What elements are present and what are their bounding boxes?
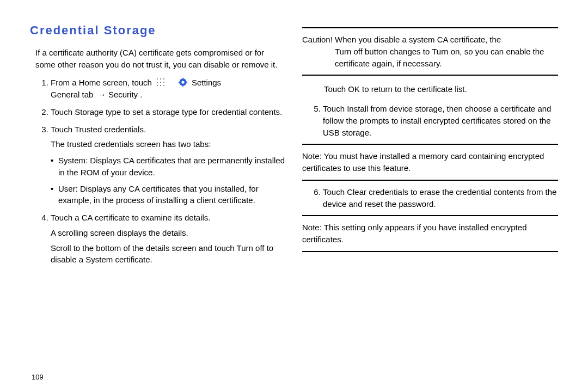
caution-block: Caution! When you disable a system CA ce… xyxy=(302,34,558,69)
ok-bold: OK xyxy=(348,84,360,94)
step5-a: Touch xyxy=(323,104,347,113)
bullet-user: User: Displays any CA certificates that … xyxy=(51,183,286,207)
step-4: Touch a CA certificate to examine its de… xyxy=(51,212,286,266)
svg-rect-2 xyxy=(182,78,183,79)
step3-a: Touch xyxy=(51,125,75,134)
note1-label: Note: xyxy=(302,151,322,161)
svg-point-1 xyxy=(181,81,184,84)
caution-b1: Turn off xyxy=(335,47,363,56)
bullet-system-text: : Displays CA certificates that are perm… xyxy=(58,156,285,177)
step3-dot: . xyxy=(144,125,146,134)
step-3: Touch Trusted credentials. The trusted c… xyxy=(51,124,286,207)
note-1: Note: You must have installed a memory c… xyxy=(302,150,558,174)
step-6: Touch Clear credentials to erase the cre… xyxy=(323,186,558,210)
note1-text: You must have installed a memory card co… xyxy=(302,151,544,173)
security-label: Security . xyxy=(108,90,143,99)
ok-line: Touch OK to return to the certificate li… xyxy=(302,83,558,95)
section-title: Credential Storage xyxy=(30,22,286,39)
bullet-user-label: User xyxy=(58,184,76,193)
step5-bold: Install from device storage xyxy=(347,104,442,113)
step-1: From a Home screen, touch Settings xyxy=(51,77,286,101)
arrow: → xyxy=(98,90,106,99)
caution-body: Turn off button changes to Turn on, so y… xyxy=(302,46,558,70)
ok-b: to return to the certificate list. xyxy=(360,84,467,94)
steps-list-right: Touch Install from device storage, then … xyxy=(308,103,558,138)
step4-b: A scrolling screen displays the details. xyxy=(51,227,286,239)
page-number: 109 xyxy=(32,373,44,381)
tab-word: tab xyxy=(82,90,94,99)
step4-cbold: Turn off xyxy=(237,243,265,253)
steps-list-right-2: Touch Clear credentials to erase the cre… xyxy=(308,186,558,210)
caution-mid: button changes to xyxy=(363,47,432,56)
step4-c: Scroll to the bottom of the details scre… xyxy=(51,242,286,266)
apps-grid-icon xyxy=(156,77,166,87)
bullet-system-label: System xyxy=(58,156,85,165)
bullet-system: System: Displays CA certificates that ar… xyxy=(51,155,286,179)
note2-text: This setting only appears if you have in… xyxy=(302,223,526,244)
steps-list: From a Home screen, touch Settings xyxy=(35,77,286,266)
svg-rect-5 xyxy=(186,82,187,83)
step6-a: Touch xyxy=(323,187,347,197)
step2-a: Touch xyxy=(51,107,75,117)
intro-text: If a certificate authority (CA) certific… xyxy=(35,47,286,71)
caution-a: When you disable a system CA certificate… xyxy=(333,35,501,44)
step4-a: Touch a CA certificate to examine its de… xyxy=(51,213,210,222)
bullet-user-text: : Displays any CA certificates that you … xyxy=(58,184,259,205)
general-label: General xyxy=(51,90,79,99)
note-2: Note: This setting only appears if you h… xyxy=(302,222,558,246)
step1-text: From a Home screen, touch xyxy=(51,78,152,87)
divider xyxy=(302,251,558,252)
step6-bold: Clear credentials xyxy=(347,187,408,197)
divider xyxy=(302,180,558,181)
step3-bold: Trusted credentials xyxy=(75,125,144,134)
settings-label: Settings xyxy=(192,78,221,87)
caution-b2: Turn on xyxy=(432,47,460,56)
step-5: Touch Install from device storage, then … xyxy=(323,103,558,138)
divider xyxy=(302,27,558,28)
divider xyxy=(302,144,558,145)
note2-label: Note: xyxy=(302,223,322,232)
tabs-bullets: System: Displays CA certificates that ar… xyxy=(41,155,286,206)
right-column: Caution! When you disable a system CA ce… xyxy=(302,22,558,381)
step2-b: to set a storage type for credential con… xyxy=(121,107,282,117)
caution-label: Caution! xyxy=(302,35,333,44)
svg-rect-3 xyxy=(182,85,183,87)
left-column: Credential Storage If a certificate auth… xyxy=(30,22,286,381)
divider xyxy=(302,75,558,76)
svg-rect-4 xyxy=(179,82,180,83)
step4-c1: Scroll to the bottom of the details scre… xyxy=(51,243,237,253)
divider xyxy=(302,215,558,216)
manual-page: Credential Storage If a certificate auth… xyxy=(0,0,588,392)
settings-gear-icon xyxy=(178,77,188,87)
step2-bold: Storage type xyxy=(75,107,121,117)
ok-a: Touch xyxy=(324,84,348,94)
step3-sub: The trusted credentials screen has two t… xyxy=(51,138,286,150)
step-2: Touch Storage type to set a storage type… xyxy=(51,106,286,118)
